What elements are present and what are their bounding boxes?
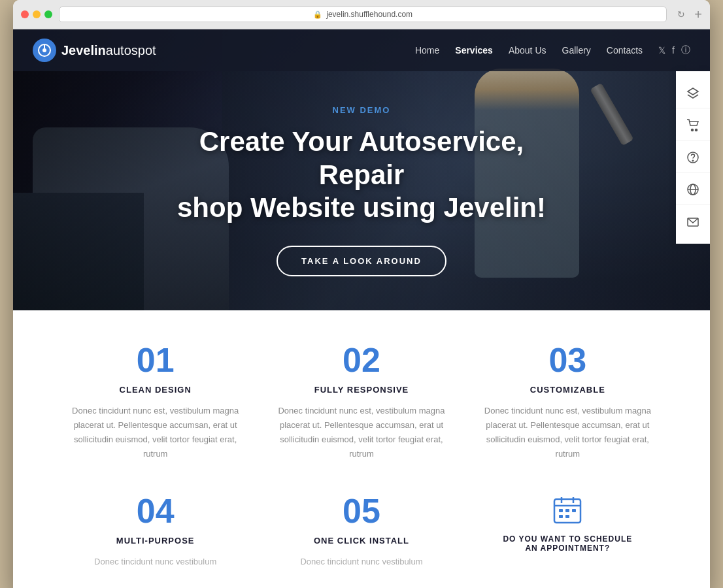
- nav-home[interactable]: Home: [415, 45, 439, 56]
- feature-title-2: FULLY RESPONSIVE: [271, 385, 451, 395]
- nav-services[interactable]: Services: [455, 45, 493, 56]
- logo-text: Jevelinautospot: [61, 43, 156, 58]
- browser-window: 🔒 jevelin.shufflehound.com ↻ +: [13, 0, 710, 588]
- feature-title-6: DO YOU WANT TO SCHEDULEAN APPOINTMENT?: [478, 534, 658, 553]
- fullscreen-dot[interactable]: [44, 10, 52, 18]
- feature-desc-3: Donec tincidunt nunc est, vestibulum mag…: [478, 404, 658, 461]
- reload-button[interactable]: ↻: [677, 9, 685, 20]
- new-tab-button[interactable]: +: [694, 8, 702, 21]
- side-panel: [676, 71, 710, 244]
- side-panel-cart[interactable]: [676, 111, 710, 140]
- svg-rect-17: [565, 509, 569, 512]
- close-dot[interactable]: [21, 10, 29, 18]
- secure-icon: 🔒: [313, 10, 322, 19]
- feature-desc-1: Donec tincidunt nunc est, vestibulum mag…: [65, 404, 245, 461]
- side-panel-mail[interactable]: [676, 207, 710, 236]
- svg-point-4: [692, 129, 694, 131]
- features-section-1: 01 CLEAN DESIGN Donec tincidunt nunc est…: [13, 310, 710, 487]
- navbar: Jevelinautospot Home Services About Us G…: [13, 29, 710, 71]
- svg-point-1: [42, 48, 46, 52]
- minimize-dot[interactable]: [33, 10, 41, 18]
- feature-title-3: CUSTOMIZABLE: [478, 385, 658, 395]
- feature-number-5: 05: [271, 494, 451, 528]
- feature-desc-2: Donec tincidunt nunc est, vestibulum mag…: [271, 404, 451, 461]
- svg-rect-19: [559, 515, 563, 518]
- feature-number-4: 04: [65, 494, 245, 528]
- feature-title-4: MULTI-PURPOSE: [65, 536, 245, 546]
- hero-section: Jevelinautospot Home Services About Us G…: [13, 29, 710, 310]
- address-text: jevelin.shufflehound.com: [326, 10, 412, 19]
- svg-point-5: [696, 129, 698, 131]
- browser-chrome: 🔒 jevelin.shufflehound.com ↻ +: [13, 0, 710, 29]
- twitter-icon[interactable]: 𝕏: [658, 45, 665, 56]
- nav-about[interactable]: About Us: [509, 45, 546, 56]
- feature-item-1: 01 CLEAN DESIGN Donec tincidunt nunc est…: [65, 343, 245, 461]
- hero-title: Create Your Autoservice, Repair shop Web…: [165, 125, 558, 224]
- side-panel-layers[interactable]: [676, 79, 710, 108]
- hero-tag: NEW DEMO: [333, 105, 391, 115]
- feature-item-5: 05 ONE CLICK INSTALL Donec tincidunt nun…: [271, 494, 451, 569]
- side-panel-help[interactable]: [676, 143, 710, 172]
- feature-item-4: 04 MULTI-PURPOSE Donec tincidunt nunc ve…: [65, 494, 245, 569]
- feature-item-2: 02 FULLY RESPONSIVE Donec tincidunt nunc…: [271, 343, 451, 461]
- svg-rect-16: [559, 509, 563, 512]
- svg-rect-18: [572, 509, 576, 512]
- feature-desc-5: Donec tincidunt nunc vestibulum: [271, 555, 451, 569]
- feature-item-3: 03 CUSTOMIZABLE Donec tincidunt nunc est…: [478, 343, 658, 461]
- nav-links: Home Services About Us Gallery Contacts …: [415, 44, 690, 56]
- nav-gallery[interactable]: Gallery: [562, 45, 591, 56]
- address-bar[interactable]: 🔒 jevelin.shufflehound.com: [59, 7, 667, 22]
- svg-point-7: [692, 160, 694, 161]
- feature-number-3: 03: [478, 343, 658, 377]
- browser-dots: [21, 10, 52, 18]
- feature-title-1: CLEAN DESIGN: [65, 385, 245, 395]
- feature-number-2: 02: [271, 343, 451, 377]
- features-section-2: 04 MULTI-PURPOSE Donec tincidunt nunc ve…: [13, 487, 710, 588]
- calendar-icon: [551, 494, 584, 527]
- features-grid-2: 04 MULTI-PURPOSE Donec tincidunt nunc ve…: [65, 494, 658, 569]
- logo-icon: [33, 39, 56, 62]
- nav-social: 𝕏 f ⓘ: [658, 44, 690, 56]
- logo: Jevelinautospot: [33, 39, 156, 62]
- instagram-icon[interactable]: ⓘ: [681, 44, 690, 56]
- facebook-icon[interactable]: f: [672, 45, 675, 56]
- nav-contacts[interactable]: Contacts: [607, 45, 643, 56]
- feature-item-6: DO YOU WANT TO SCHEDULEAN APPOINTMENT?: [478, 494, 658, 569]
- feature-title-5: ONE CLICK INSTALL: [271, 536, 451, 546]
- svg-rect-20: [565, 515, 569, 518]
- feature-desc-4: Donec tincidunt nunc vestibulum: [65, 555, 245, 569]
- hero-content: NEW DEMO Create Your Autoservice, Repair…: [13, 71, 710, 310]
- hero-cta-button[interactable]: TAKE A LOOK AROUND: [277, 246, 446, 276]
- side-panel-globe[interactable]: [676, 175, 710, 204]
- svg-marker-3: [688, 88, 698, 95]
- features-grid: 01 CLEAN DESIGN Donec tincidunt nunc est…: [65, 343, 658, 461]
- site-wrapper: Jevelinautospot Home Services About Us G…: [13, 29, 710, 588]
- feature-number-1: 01: [65, 343, 245, 377]
